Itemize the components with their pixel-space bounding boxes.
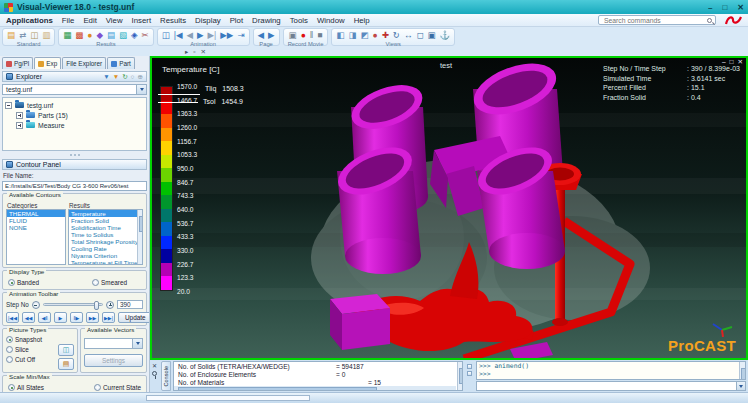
fit-view-icon[interactable]: ▣ [427,29,435,41]
export-anim-icon[interactable]: ⇥ [237,29,244,41]
fast-forward-button[interactable]: ▶▶ [86,312,99,323]
next-frame-icon[interactable]: ▶| [208,29,217,41]
stop-icon[interactable]: ■ [317,29,322,41]
probe-icon[interactable]: ◈ [131,29,138,41]
vector-plot-icon[interactable]: ▤ [107,29,115,41]
tree-expander-icon[interactable] [16,112,23,119]
3d-viewport[interactable]: – □ ✕ test Temperature [C] 1570.0 1466.7… [150,56,748,360]
anchor-icon[interactable]: ⚓ [439,29,450,41]
pan-icon[interactable]: ↔ [404,29,413,41]
list-item[interactable]: FLUID [7,217,65,224]
combo-arrow-icon[interactable] [132,339,142,348]
radio-current-state[interactable]: Current State [94,384,141,391]
cut-plane-icon[interactable]: ▧ [119,29,127,41]
slice-tool-button[interactable]: ◫ [58,344,74,356]
dock-float-icon[interactable]: ▸ [185,48,188,56]
list-item[interactable]: Fraction Solid [69,217,137,224]
radio-all-states[interactable]: All States [8,384,44,391]
list-item[interactable]: Niyama Criterion [69,252,137,259]
next-page-icon[interactable]: ▶ [268,29,275,41]
slider-handle[interactable] [94,301,99,310]
iso-surface-icon[interactable]: ◆ [96,29,103,41]
radio-slice[interactable]: Slice [6,346,55,353]
search-input[interactable] [602,16,705,25]
shell-vscrollbar[interactable] [739,362,745,379]
panel-splitter[interactable] [2,153,147,157]
tree-expander-icon[interactable] [5,102,12,109]
close-icon[interactable]: ✕ [737,3,744,12]
prev-frame-icon[interactable]: ◀ [186,29,193,41]
play-button[interactable]: ▶ [54,312,67,323]
last-frame-icon[interactable]: ▶▶ [220,29,233,41]
menu-results[interactable]: Results [160,16,186,25]
update-button[interactable]: Update [118,312,150,323]
combo-arrow-icon[interactable] [136,85,146,94]
menu-plot[interactable]: Plot [230,16,243,25]
menu-help[interactable]: Help [354,16,370,25]
tab-file-explorer[interactable]: File Explorer [62,57,106,69]
camera-icon[interactable]: ▣ [289,29,297,41]
message-log[interactable]: No. of Solids (TETRA/HEXA/WEDGE)= 594187… [173,361,463,391]
python-shell-output[interactable]: >>> animend() >>> [476,361,746,380]
list-item[interactable]: Cooling Rate [69,245,137,252]
rotate-icon[interactable]: ↻ [393,29,400,41]
menu-display[interactable]: Display [195,16,221,25]
tree-item-parts[interactable]: Parts (15) [5,110,144,120]
front-view-icon[interactable]: ◨ [348,29,356,41]
step-plus-button[interactable] [106,301,114,309]
fast-back-button[interactable]: ◀◀ [22,312,35,323]
top-view-icon[interactable]: ◩ [360,29,368,41]
step-slider[interactable] [43,303,103,306]
results-list[interactable]: Temperature Fraction Solid Solidificatio… [68,209,143,265]
dock-restore-icon[interactable]: ▫ [193,48,195,56]
play-icon[interactable]: ▶ [197,29,204,41]
new-page-icon[interactable]: ○ [131,73,135,81]
filter-icon[interactable]: ▼ [103,73,109,81]
settings-button[interactable]: Settings [84,354,143,367]
status-strip-scrollbox[interactable] [146,395,310,401]
open-file-icon[interactable]: ▤ [7,29,15,41]
record-icon[interactable]: ● [301,29,306,41]
list-item[interactable]: Total Shrinkage Porosity [69,238,137,245]
console-divider[interactable] [465,361,474,391]
spectrum-icon[interactable]: ▩ [75,29,83,41]
iso-view-icon[interactable]: ◧ [336,29,344,41]
zoom-window-icon[interactable]: ◻ [416,29,423,41]
maximize-icon[interactable]: □ [722,3,727,12]
scissors-icon[interactable]: ✂ [142,29,149,41]
pause-icon[interactable]: ‖ [310,29,314,41]
categories-list[interactable]: THERMAL FLUID NONE [6,209,66,265]
console-close-icon[interactable]: ✕ [152,362,157,369]
menu-tools[interactable]: Tools [290,16,308,25]
list-item[interactable]: Temperature [69,210,137,217]
axes-icon[interactable]: ✚ [382,29,389,41]
prev-page-icon[interactable]: ◀ [258,29,265,41]
shell-history-arrow-icon[interactable] [736,382,745,390]
search-icon[interactable] [707,18,712,23]
tab-exp[interactable]: Exp [34,57,61,69]
minimize-icon[interactable]: – [708,3,712,12]
console-tab[interactable]: Console [161,361,171,391]
menu-insert[interactable]: Insert [132,16,152,25]
radio-smeared[interactable]: Smeared [92,279,127,286]
copy-page-icon[interactable]: ◫ [30,29,38,41]
menu-applications[interactable]: Applications [6,16,53,25]
list-item[interactable]: Time to Solidus [69,231,137,238]
radio-banded[interactable]: Banded [8,279,39,286]
anim-window-icon[interactable]: ◫ [162,29,170,41]
step-forward-button[interactable]: ‖▶ [70,312,83,323]
tab-part[interactable]: Part [107,57,135,69]
sort-icon[interactable]: ▼ [113,73,119,81]
list-item[interactable]: Temperature at Fill Time [69,259,137,265]
file-name-field[interactable]: E:/Installs/ESI/Test/Body CG 3-600 Rev06… [2,181,147,191]
tree-item-root[interactable]: testg.unf [5,100,144,110]
export-page-icon[interactable]: ▥ [42,29,50,41]
more-icon[interactable]: ⊕ [138,73,143,81]
python-shell-input[interactable] [476,381,746,391]
menu-view[interactable]: View [106,16,123,25]
step-back-button[interactable]: ◀‖ [38,312,51,323]
log-hscrollbar[interactable] [174,386,456,390]
list-item[interactable]: Solidification Time [69,224,137,231]
go-first-button[interactable]: |◀◀ [6,312,19,323]
contour-sphere-icon[interactable]: ● [87,29,92,41]
